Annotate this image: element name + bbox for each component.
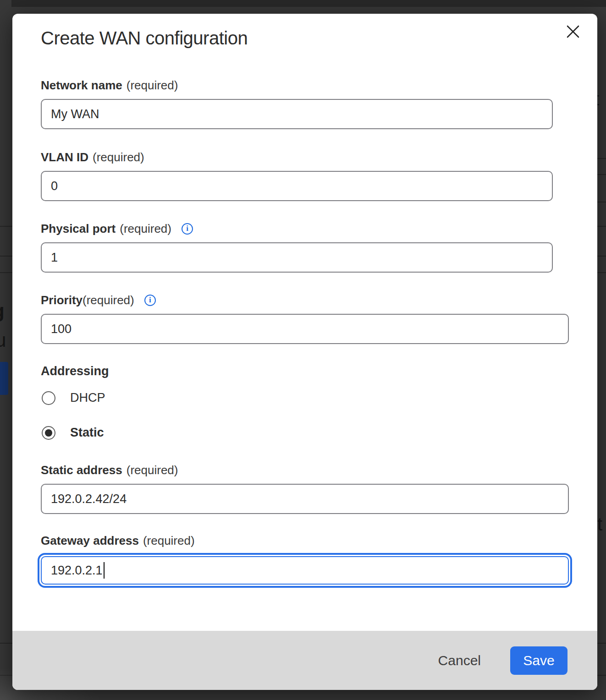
addressing-option-dhcp[interactable]: DHCP [42,391,569,405]
static-address-value: 192.0.2.42/24 [51,492,127,506]
dialog-body: Create WAN configuration Network name (r… [12,14,597,631]
background-divider [0,226,12,227]
static-address-input[interactable]: 192.0.2.42/24 [41,484,569,514]
background-divider [597,158,606,159]
background-divider [597,226,606,227]
gateway-address-input[interactable]: 192.0.2.1 [41,556,569,585]
background-divider [597,675,606,676]
background-divider [597,256,606,257]
required-hint: (required) [83,293,134,307]
vlan-id-input[interactable]: 0 [41,171,553,201]
background-page-topbar [11,0,606,7]
background-text-fragment: t [597,515,602,533]
priority-group: Priority (required) 100 [41,293,569,344]
vlan-id-group: VLAN ID (required) 0 [41,150,569,201]
background-blue-button-fragment [0,362,8,395]
save-button[interactable]: Save [510,646,567,675]
background-divider [0,643,12,644]
network-name-label-row: Network name (required) [41,78,569,93]
close-icon [566,24,580,39]
physical-port-value: 1 [51,251,58,265]
static-address-label: Static address [41,463,122,477]
static-radio-label: Static [70,426,104,440]
dialog-title: Create WAN configuration [41,27,569,49]
radio-selected-icon [42,426,55,440]
vlan-id-value: 0 [51,179,58,193]
physical-port-label: Physical port [41,221,116,236]
vlan-id-label: VLAN ID [41,150,88,164]
gateway-address-label-row: Gateway address (required) [41,533,569,548]
cancel-button[interactable]: Cancel [432,648,487,673]
required-hint: (required) [127,463,178,477]
vlan-id-label-row: VLAN ID (required) [41,150,569,164]
addressing-heading: Addressing [41,364,569,378]
background-text-fragment: g [0,301,5,321]
info-icon[interactable] [144,295,156,306]
physical-port-group: Physical port (required) 1 [41,221,569,273]
addressing-option-static[interactable]: Static [42,426,569,440]
gateway-address-value: 192.0.2.1 [51,563,103,578]
text-cursor [104,562,105,579]
info-icon[interactable] [182,223,193,235]
network-name-input[interactable]: My WAN [41,99,553,129]
physical-port-label-row: Physical port (required) [41,221,569,236]
priority-label: Priority [41,293,83,307]
required-hint: (required) [127,78,178,93]
gateway-address-focus-ring: 192.0.2.1 [38,553,572,588]
background-divider [597,202,606,202]
background-divider [0,256,12,257]
priority-value: 100 [51,322,72,336]
required-hint: (required) [93,150,144,164]
static-address-group: Static address (required) 192.0.2.42/24 [41,463,569,514]
physical-port-input[interactable]: 1 [41,242,553,273]
priority-input[interactable]: 100 [41,314,569,344]
gateway-address-group: Gateway address (required) 192.0.2.1 [41,533,569,588]
network-name-label: Network name [41,78,122,93]
required-hint: (required) [143,533,195,548]
radio-unselected-icon [42,391,55,405]
required-hint: (required) [120,221,171,236]
dhcp-radio-label: DHCP [70,391,105,405]
network-name-group: Network name (required) My WAN [41,78,569,129]
background-divider [597,272,606,273]
priority-label-row: Priority (required) [41,293,569,307]
background-divider [597,174,606,175]
gateway-address-label: Gateway address [41,533,139,548]
network-name-value: My WAN [51,107,99,121]
static-address-label-row: Static address (required) [41,463,569,477]
background-divider [597,643,606,644]
background-text-fragment: u [0,331,6,350]
close-button[interactable] [565,24,581,39]
create-wan-configuration-dialog: Create WAN configuration Network name (r… [12,14,597,690]
dialog-footer: Cancel Save [12,631,597,690]
background-divider [0,272,12,273]
